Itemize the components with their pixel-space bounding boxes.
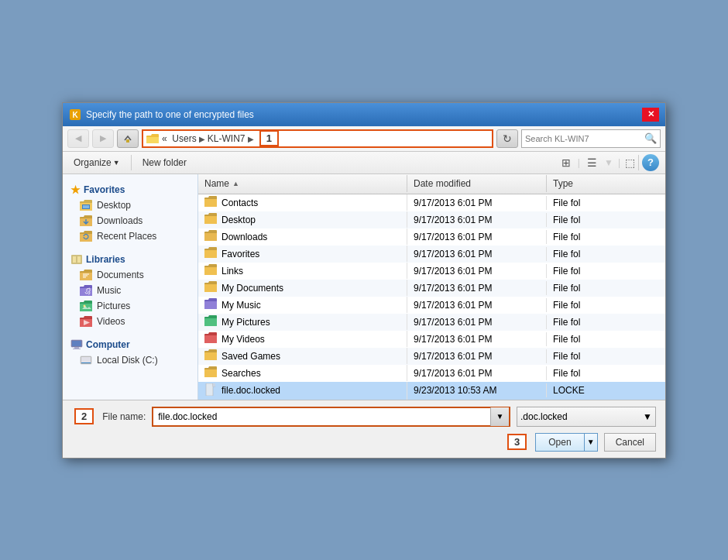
sidebar-item-local-disk[interactable]: Local Disk (C:) [63, 352, 197, 368]
toolbar: Organize ▼ New folder ⊞ | ☰ ▼ | ⬚ ? [63, 152, 665, 174]
content-area: Name ▲ Date modified Type Contacts 9/17/… [198, 174, 665, 400]
filename-input[interactable] [153, 410, 490, 424]
sidebar-computer-header[interactable]: Computer [63, 335, 197, 352]
file-icon [204, 298, 217, 311]
recent-folder-icon [80, 231, 92, 242]
cell-type: File fol [547, 332, 665, 346]
cancel-button[interactable]: Cancel [604, 433, 656, 452]
cell-date: 9/17/2013 6:01 PM [407, 349, 547, 363]
new-folder-button[interactable]: New folder [138, 155, 191, 170]
table-row[interactable]: Favorites 9/17/2013 6:01 PM File fol [198, 246, 665, 263]
view-button[interactable]: ⊞ [558, 155, 575, 170]
help-button[interactable]: ? [642, 154, 659, 171]
cell-type: File fol [547, 366, 665, 380]
cell-date: 9/23/2013 10:53 AM [407, 383, 547, 397]
view-separator2: ▼ [604, 157, 613, 168]
table-row[interactable]: My Documents 9/17/2013 6:01 PM File fol [198, 280, 665, 297]
sidebar-item-recent[interactable]: Recent Places [63, 228, 197, 244]
back-button[interactable]: ◀ [67, 129, 89, 148]
cell-name: Contacts [198, 194, 407, 211]
cell-date: 9/17/2013 6:01 PM [407, 298, 547, 312]
svg-rect-15 [81, 357, 91, 362]
cell-date: 9/17/2013 6:01 PM [407, 332, 547, 346]
address-path[interactable]: « Users ▶ KL-WIN7 ▶ 1 [142, 129, 493, 148]
table-row[interactable]: Searches 9/17/2013 6:01 PM File fol [198, 365, 665, 382]
col-type-header[interactable]: Type [547, 175, 665, 192]
sidebar-item-documents[interactable]: Documents [63, 267, 197, 283]
sidebar-favorites-header[interactable]: ★ Favorites [63, 180, 197, 198]
sidebar-item-music[interactable]: Music [63, 283, 197, 298]
sidebar-item-videos[interactable]: Videos [63, 314, 197, 329]
filetype-select[interactable]: .doc.locked ▼ [517, 407, 656, 427]
badge-2: 2 [74, 408, 94, 424]
main-area: ★ Favorites Desktop [63, 174, 665, 400]
col-name-header[interactable]: Name ▲ [198, 175, 407, 192]
filename-row: 2 File name: ▼ .doc.locked ▼ [72, 407, 656, 427]
sidebar-item-desktop[interactable]: Desktop [63, 198, 197, 213]
cell-type: File fol [547, 213, 665, 227]
file-name-text: Desktop [221, 215, 256, 225]
refresh-button[interactable]: ↻ [496, 129, 518, 148]
badge-3: 3 [507, 434, 527, 450]
table-row[interactable]: file.doc.locked 9/23/2013 10:53 AM LOCKE [198, 382, 665, 400]
desktop-folder-icon [80, 200, 92, 211]
svg-rect-11 [72, 341, 81, 346]
cell-name: My Videos [198, 331, 407, 347]
cell-date: 9/17/2013 6:01 PM [407, 196, 547, 210]
organize-button[interactable]: Organize ▼ [69, 155, 125, 170]
file-name-text: My Videos [221, 334, 265, 345]
computer-section: Computer Local Disk (C:) [63, 335, 197, 368]
sidebar-item-downloads[interactable]: Downloads [63, 213, 197, 228]
table-row[interactable]: Desktop 9/17/2013 6:01 PM File fol [198, 211, 665, 228]
open-button-wrap: Open ▼ [535, 433, 597, 452]
table-row[interactable]: Saved Games 9/17/2013 6:01 PM File fol [198, 348, 665, 365]
open-dropdown[interactable]: ▼ [584, 433, 598, 452]
details-view-button[interactable]: ☰ [583, 155, 601, 170]
forward-button[interactable]: ▶ [92, 129, 114, 148]
file-icon [204, 383, 217, 398]
cell-date: 9/17/2013 6:01 PM [407, 281, 547, 295]
cell-name: Downloads [198, 228, 407, 245]
cell-date: 9/17/2013 6:01 PM [407, 230, 547, 244]
sidebar-libraries-header[interactable]: Libraries [63, 250, 197, 267]
col-date-header[interactable]: Date modified [407, 175, 547, 192]
file-icon [204, 349, 217, 362]
svg-rect-6 [73, 256, 76, 263]
table-row[interactable]: Downloads 9/17/2013 6:01 PM File fol [198, 228, 665, 246]
svg-rect-7 [77, 256, 81, 263]
cell-date: 9/17/2013 6:01 PM [407, 315, 547, 329]
cell-type: File fol [547, 315, 665, 329]
close-button[interactable]: ✕ [642, 108, 659, 122]
path-badge-1: 1 [259, 130, 279, 146]
file-name-text: My Pictures [221, 317, 270, 328]
cell-date: 9/17/2013 6:01 PM [407, 264, 547, 278]
sidebar-item-pictures[interactable]: Pictures [63, 298, 197, 314]
file-name-text: file.doc.locked [221, 385, 280, 396]
file-name-text: Contacts [221, 198, 258, 208]
cell-name: Favorites [198, 246, 407, 262]
svg-rect-13 [73, 349, 81, 349]
table-row[interactable]: My Videos 9/17/2013 6:01 PM File fol [198, 331, 665, 348]
toolbar-separator [131, 155, 132, 170]
svg-rect-17 [206, 383, 213, 396]
cell-type: File fol [547, 196, 665, 210]
sort-arrow: ▲ [232, 180, 239, 187]
music-folder-icon [80, 285, 92, 296]
filename-dropdown[interactable]: ▼ [490, 407, 509, 426]
libraries-icon [70, 253, 83, 266]
view-separator3: | [618, 157, 620, 168]
table-row[interactable]: Contacts 9/17/2013 6:01 PM File fol [198, 194, 665, 211]
table-row[interactable]: My Music 9/17/2013 6:01 PM File fol [198, 297, 665, 314]
search-input[interactable] [525, 134, 644, 143]
dialog: K Specify the path to one of encrypted f… [62, 102, 666, 459]
file-name-text: Saved Games [221, 351, 280, 362]
up-button[interactable] [117, 129, 139, 148]
cell-type: File fol [547, 298, 665, 312]
table-row[interactable]: Links 9/17/2013 6:01 PM File fol [198, 263, 665, 280]
open-button[interactable]: Open [535, 433, 583, 452]
bottom-bar: 2 File name: ▼ .doc.locked ▼ 3 Open ▼ Ca… [63, 400, 665, 458]
cell-name: Saved Games [198, 348, 407, 364]
cell-date: 9/17/2013 6:01 PM [407, 213, 547, 227]
table-row[interactable]: My Pictures 9/17/2013 6:01 PM File fol [198, 314, 665, 331]
cell-type: LOCKE [547, 383, 665, 397]
